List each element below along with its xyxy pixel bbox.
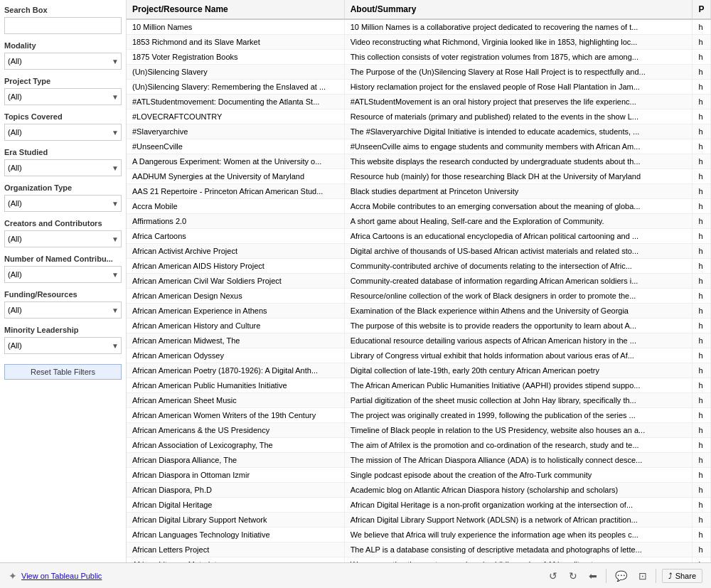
table-row[interactable]: African Literacy Metadata...We are creat… — [127, 557, 711, 563]
table-row[interactable]: African Activist Archive ProjectDigital … — [127, 244, 711, 259]
table-row[interactable]: African Association of Lexicography, The… — [127, 438, 711, 453]
table-row[interactable]: African Digital HeritageAfrican Digital … — [127, 498, 711, 513]
cell-name: African Diaspora Alliance, The — [127, 453, 344, 468]
table-row[interactable]: African Diaspora in Ottoman IzmirSingle … — [127, 468, 711, 483]
table-row[interactable]: African American Civil War Soldiers Proj… — [127, 274, 711, 289]
modality-label: Modality — [4, 41, 122, 50]
modality-section: Modality (All) ▼ — [4, 41, 122, 70]
share-button[interactable]: ⤴ Share — [662, 569, 702, 583]
topics-covered-select[interactable]: (All) — [4, 124, 122, 141]
cell-about: The Purpose of the (Un)Silencing Slavery… — [344, 65, 693, 80]
cell-p: h — [693, 124, 711, 139]
cell-about: Community-created database of informatio… — [344, 274, 693, 289]
cell-name: AAS 21 Repertoire - Princeton African Am… — [127, 184, 344, 199]
cell-p: h — [693, 259, 711, 274]
table-row[interactable]: African Digital Library Support NetworkA… — [127, 513, 711, 528]
cell-about: African Digital Heritage is a non-profit… — [344, 498, 693, 513]
search-input[interactable] — [4, 17, 122, 34]
table-row[interactable]: African Letters ProjectThe ALP is a data… — [127, 542, 711, 557]
table-row[interactable]: African American Women Writers of the 19… — [127, 408, 711, 423]
named-contributors-select[interactable]: (All) — [4, 266, 122, 283]
comment-button[interactable]: 💬 — [612, 569, 630, 583]
table-row[interactable]: #LOVECRAFTCOUNTRYResource of materials (… — [127, 109, 711, 124]
project-type-select[interactable]: (All) — [4, 88, 122, 105]
cell-name: African Literacy Metadata... — [127, 557, 344, 563]
cell-about: African Digital Library Support Network … — [344, 513, 693, 528]
cell-name: A Dangerous Experiment: Women at the Uni… — [127, 154, 344, 169]
cell-about: This collection consists of voter regist… — [344, 50, 693, 65]
table-row[interactable]: AAS 21 Repertoire - Princeton African Am… — [127, 184, 711, 199]
table-row[interactable]: African American Design NexusResource/on… — [127, 289, 711, 304]
table-row[interactable]: African American Midwest, TheEducational… — [127, 333, 711, 348]
cell-p: h — [693, 65, 711, 80]
table-row[interactable]: African American Public Humanities Initi… — [127, 378, 711, 393]
table-row[interactable]: #SlaveryarchiveThe #Slaveryarchive Digit… — [127, 124, 711, 139]
table-row[interactable]: African Diaspora, Ph.DAcademic blog on A… — [127, 483, 711, 498]
table-row[interactable]: 1853 Richmond and its Slave MarketVideo … — [127, 35, 711, 50]
era-studied-section: Era Studied (All) ▼ — [4, 148, 122, 176]
funding-select[interactable]: (All) — [4, 301, 122, 319]
creators-select[interactable]: (All) — [4, 230, 122, 247]
reset-filters-button[interactable]: Reset Table Filters — [4, 364, 122, 380]
cell-p: h — [693, 498, 711, 513]
minority-leadership-select[interactable]: (All) — [4, 337, 122, 354]
search-label: Search Box — [4, 6, 122, 14]
cell-about: Examination of the Black experience with… — [344, 304, 693, 319]
table-row[interactable]: African Americans & the US PresidencyTim… — [127, 423, 711, 438]
redo-button[interactable]: ↻ — [566, 569, 580, 583]
cell-name: African American Experience in Athens — [127, 304, 344, 319]
table-row[interactable]: 1875 Voter Registration BooksThis collec… — [127, 50, 711, 65]
app-container: Search Box Modality (All) ▼ Project Type… — [0, 0, 711, 588]
table-row[interactable]: (Un)Silencing SlaveryThe Purpose of the … — [127, 65, 711, 80]
tableau-icon: ✦ — [9, 570, 17, 582]
cell-p: h — [693, 438, 711, 453]
table-row[interactable]: African American History and CultureThe … — [127, 319, 711, 333]
cell-name: African Digital Heritage — [127, 498, 344, 513]
modality-select[interactable]: (All) — [4, 53, 122, 70]
table-row[interactable]: (Un)Silencing Slavery: Remembering the E… — [127, 80, 711, 95]
back-button[interactable]: ⬅ — [586, 569, 600, 583]
col-header-name[interactable]: Project/Resource Name — [127, 0, 344, 19]
cell-p: h — [693, 557, 711, 563]
cell-p: h — [693, 154, 711, 169]
project-type-label: Project Type — [4, 77, 122, 85]
table-row[interactable]: African American Poetry (1870-1926): A D… — [127, 363, 711, 378]
table-row[interactable]: African American AIDS History ProjectCom… — [127, 259, 711, 274]
cell-name: #LOVECRAFTCOUNTRY — [127, 109, 344, 124]
table-row[interactable]: African Languages Technology InitiativeW… — [127, 528, 711, 542]
table-row[interactable]: AADHUM Synergies at the University of Ma… — [127, 169, 711, 184]
cell-p: h — [693, 289, 711, 304]
cell-about: Community-contributed archive of documen… — [344, 259, 693, 274]
table-row[interactable]: Accra MobileAccra Mobile contributes to … — [127, 199, 711, 214]
cell-p: h — [693, 528, 711, 542]
creators-section: Creators and Contributors (All) ▼ — [4, 219, 122, 247]
org-type-select[interactable]: (All) — [4, 195, 122, 212]
era-studied-select[interactable]: (All) — [4, 159, 122, 176]
table-row[interactable]: #ATLStudentmovement: Documenting the Atl… — [127, 95, 711, 109]
col-header-p[interactable]: P — [693, 0, 711, 19]
table-header: Project/Resource Name About/Summary P — [127, 0, 711, 19]
cell-name: African American Design Nexus — [127, 289, 344, 304]
cell-about: Resource/online collection of the work o… — [344, 289, 693, 304]
expand-button[interactable]: ⊡ — [636, 569, 650, 583]
col-header-about[interactable]: About/Summary — [344, 0, 693, 19]
table-row[interactable]: African American Experience in AthensExa… — [127, 304, 711, 319]
cell-name: #UnseenCville — [127, 139, 344, 154]
undo-button[interactable]: ↺ — [546, 569, 560, 583]
tableau-label[interactable]: View on Tableau Public — [21, 572, 102, 580]
cell-name: African American AIDS History Project — [127, 259, 344, 274]
cell-p: h — [693, 244, 711, 259]
table-row[interactable]: Africa CartoonsAfrica Cartoons is an edu… — [127, 229, 711, 244]
cell-p: h — [693, 95, 711, 109]
table-row[interactable]: 10 Million Names10 Million Names is a co… — [127, 19, 711, 35]
cell-about: Africa Cartoons is an educational encycl… — [344, 229, 693, 244]
table-row[interactable]: A Dangerous Experiment: Women at the Uni… — [127, 154, 711, 169]
minority-leadership-section: Minority Leadership (All) ▼ — [4, 326, 122, 354]
cell-about: Digital archive of thousands of US-based… — [344, 244, 693, 259]
table-row[interactable]: African Diaspora Alliance, TheThe missio… — [127, 453, 711, 468]
table-row[interactable]: #UnseenCville#UnseenCville aims to engag… — [127, 139, 711, 154]
cell-name: African Digital Library Support Network — [127, 513, 344, 528]
table-row[interactable]: African American OdysseyLibrary of Congr… — [127, 348, 711, 363]
table-row[interactable]: African American Sheet MusicPartial digi… — [127, 393, 711, 408]
table-row[interactable]: Affirmations 2.0A short game about Heali… — [127, 214, 711, 229]
